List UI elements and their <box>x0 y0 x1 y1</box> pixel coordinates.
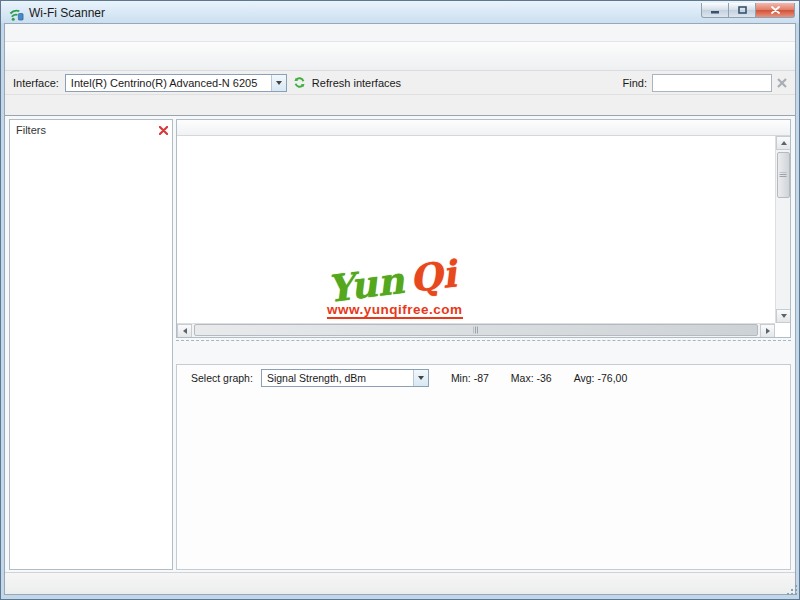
interface-select[interactable]: Intel(R) Centrino(R) Advanced-N 6205 <box>65 74 287 92</box>
scroll-down-icon[interactable] <box>776 309 791 323</box>
resize-grip[interactable] <box>785 585 797 597</box>
graph-type-value: Signal Strength, dBm <box>267 372 366 384</box>
toolbar <box>5 42 795 71</box>
table-vertical-scrollbar[interactable] <box>775 136 790 323</box>
chart-area <box>176 388 791 570</box>
networks-table <box>176 119 791 338</box>
interface-select-value: Intel(R) Centrino(R) Advanced-N 6205 <box>71 77 257 89</box>
chevron-down-icon[interactable] <box>413 370 428 386</box>
table-horizontal-scrollbar[interactable] <box>177 323 775 337</box>
max-stat: Max: -36 <box>511 372 552 384</box>
scroll-left-icon[interactable] <box>177 324 192 338</box>
graph-type-select[interactable]: Signal Strength, dBm <box>261 369 429 387</box>
scroll-up-icon[interactable] <box>776 136 791 150</box>
vertical-scroll-thumb[interactable] <box>777 152 790 198</box>
refresh-interfaces-label[interactable]: Refresh interfaces <box>312 77 401 89</box>
right-pane: Select graph: Signal Strength, dBm Min: … <box>176 119 791 570</box>
chart-legend <box>477 388 561 569</box>
title-bar[interactable]: Wi-Fi Scanner <box>1 1 799 23</box>
main-tabs <box>5 95 795 115</box>
menu-bar <box>5 24 795 42</box>
filters-title: Filters <box>16 124 46 136</box>
interface-label: Interface: <box>13 77 59 89</box>
min-stat: Min: -87 <box>451 372 489 384</box>
maximize-button[interactable] <box>729 3 755 18</box>
app-window: Wi-Fi Scanner Interface: Intel(R) Centri… <box>0 0 800 600</box>
horizontal-scroll-thumb[interactable] <box>194 324 758 336</box>
select-graph-label: Select graph: <box>191 372 253 384</box>
chevron-down-icon[interactable] <box>271 75 286 91</box>
scroll-right-icon[interactable] <box>760 324 775 338</box>
window-title: Wi-Fi Scanner <box>29 6 105 20</box>
close-button[interactable] <box>755 3 795 18</box>
app-icon <box>9 6 24 21</box>
table-header <box>177 120 790 136</box>
close-filters-icon[interactable] <box>159 126 168 135</box>
graph-controls: Select graph: Signal Strength, dBm Min: … <box>176 364 791 388</box>
scanner-page: Filters <box>5 115 795 572</box>
minimize-button[interactable] <box>701 3 729 18</box>
find-input[interactable] <box>652 74 772 92</box>
signal-strength-chart <box>177 388 477 569</box>
detail-tabs <box>176 345 791 364</box>
avg-stat: Avg: -76,00 <box>574 372 628 384</box>
clear-find-icon[interactable] <box>777 78 787 88</box>
filters-tree <box>10 138 172 569</box>
refresh-interfaces-icon[interactable] <box>293 76 306 89</box>
status-bar <box>5 572 795 594</box>
interface-bar: Interface: Intel(R) Centrino(R) Advanced… <box>5 71 795 95</box>
app-body: Interface: Intel(R) Centrino(R) Advanced… <box>4 23 796 595</box>
filters-panel: Filters <box>9 119 173 570</box>
find-label: Find: <box>623 77 647 89</box>
